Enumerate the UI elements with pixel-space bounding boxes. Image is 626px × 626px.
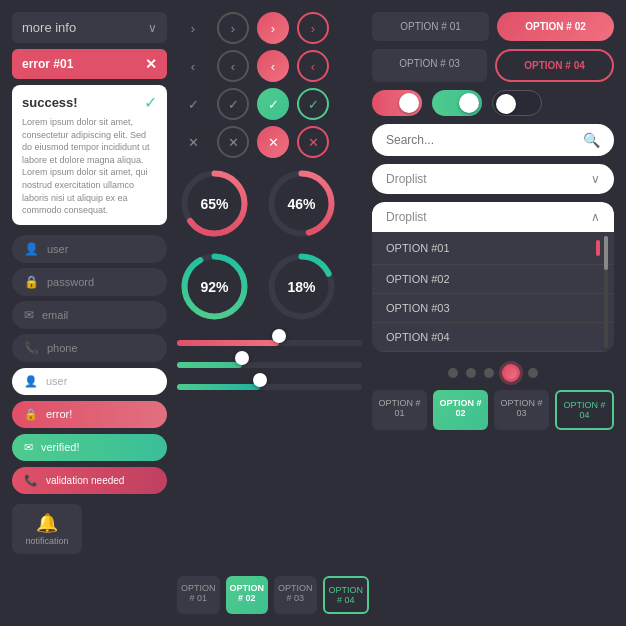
option-2-btn[interactable]: OPTION # 02 — [497, 12, 614, 41]
radio-dot-1[interactable] — [448, 368, 458, 378]
user-input-dark[interactable]: 👤 user — [12, 235, 167, 263]
email-label: email — [42, 309, 68, 321]
progress-65-label: 65% — [200, 196, 228, 212]
check-green-btn[interactable]: ✓ — [257, 88, 289, 120]
search-input[interactable] — [386, 133, 583, 147]
chevron-left-outline-btn[interactable]: ‹ — [217, 50, 249, 82]
option-4-btn[interactable]: OPTION # 04 — [495, 49, 614, 82]
chevron-left-pink-outline-btn[interactable]: ‹ — [297, 50, 329, 82]
notification-button[interactable]: 🔔 notification — [12, 504, 82, 554]
chevron-left-pink-btn[interactable]: ‹ — [257, 50, 289, 82]
error-label: error #01 — [22, 57, 73, 71]
droplist-item-1[interactable]: OPTION #01 — [372, 232, 614, 265]
password-input-dark[interactable]: 🔒 password — [12, 268, 167, 296]
bot-tab-3[interactable]: OPTION # 03 — [494, 390, 549, 430]
toggle-pink[interactable] — [372, 90, 422, 116]
phone-warn-icon: 📞 — [24, 474, 38, 487]
middle-bottom-tabs: OPTION # 01 OPTION # 02 OPTION # 03 OPTI… — [177, 576, 362, 614]
email-verified-icon: ✉ — [24, 441, 33, 454]
option-1-btn[interactable]: OPTION # 01 — [372, 12, 489, 41]
mid-tab-3[interactable]: OPTION # 03 — [274, 576, 317, 614]
success-title: success! — [22, 95, 78, 110]
droplist-item-4-label: OPTION #04 — [386, 331, 450, 343]
chevron-right-pink-btn[interactable]: › — [257, 12, 289, 44]
success-card: success! ✓ Lorem ipsum dolor sit amet, c… — [12, 85, 167, 225]
toggle-green[interactable] — [432, 90, 482, 116]
bot-tab-4[interactable]: OPTION # 04 — [555, 390, 614, 430]
radio-dot-active[interactable] — [502, 364, 520, 382]
password-label: password — [47, 276, 94, 288]
radio-dot-2[interactable] — [466, 368, 476, 378]
progress-row-2: 92% 18% — [177, 249, 362, 324]
droplist-open: Droplist ∧ OPTION #01 OPTION #02 OPTION … — [372, 202, 614, 352]
progress-row-1: 65% 46% — [177, 166, 362, 241]
droplist-item-4[interactable]: OPTION #04 — [372, 323, 614, 352]
droplist-label: Droplist — [386, 172, 427, 186]
close-icon[interactable]: ✕ — [145, 56, 157, 72]
input-group-dark: 👤 user 🔒 password ✉ email 📞 phone — [12, 235, 167, 362]
droplist-item-2[interactable]: OPTION #02 — [372, 265, 614, 294]
x-flat-btn[interactable]: ✕ — [177, 126, 209, 158]
check-flat-btn[interactable]: ✓ — [177, 88, 209, 120]
chevron-right-outline-btn[interactable]: › — [217, 12, 249, 44]
phone-icon: 📞 — [24, 341, 39, 355]
toggle-pink-knob — [399, 93, 419, 113]
radio-row — [372, 364, 614, 382]
check-outline-btn[interactable]: ✓ — [217, 88, 249, 120]
user-input-white[interactable]: 👤 user — [12, 368, 167, 395]
bell-icon: 🔔 — [36, 512, 58, 534]
error-input-label: error! — [46, 408, 72, 420]
chevron-right-flat-btn[interactable]: › — [177, 12, 209, 44]
user-label: user — [47, 243, 68, 255]
phone-input-dark[interactable]: 📞 phone — [12, 334, 167, 362]
radio-dot-3[interactable] — [484, 368, 494, 378]
progress-circle-92: 92% — [177, 249, 252, 324]
toggle-dark[interactable] — [492, 90, 542, 116]
bot-tab-2[interactable]: OPTION # 02 — [433, 390, 488, 430]
droplist-open-header[interactable]: Droplist ∧ — [372, 202, 614, 232]
x-red-btn[interactable]: ✕ — [257, 126, 289, 158]
toggle-row — [372, 90, 614, 116]
droplist-closed[interactable]: Droplist ∨ — [372, 164, 614, 194]
lock-error-icon: 🔒 — [24, 408, 38, 421]
progress-circle-46: 46% — [264, 166, 339, 241]
right-option-row-1: OPTION # 01 OPTION # 02 — [372, 12, 614, 41]
x-red-outline-btn[interactable]: ✕ — [297, 126, 329, 158]
toggle-green-knob — [459, 93, 479, 113]
x-outline-btn[interactable]: ✕ — [217, 126, 249, 158]
droplist-item-3-label: OPTION #03 — [386, 302, 450, 314]
dropdown-label: more info — [22, 20, 76, 35]
mid-tab-4[interactable]: OPTION # 04 — [323, 576, 370, 614]
droplist-item-2-label: OPTION #02 — [386, 273, 450, 285]
toggle-dark-knob — [496, 94, 516, 114]
droplist-item-3[interactable]: OPTION #03 — [372, 294, 614, 323]
droplist-item-indicator — [596, 240, 600, 256]
droplist-open-label: Droplist — [386, 210, 427, 224]
validation-label: validation needed — [46, 475, 124, 486]
verified-input[interactable]: ✉ verified! — [12, 434, 167, 461]
chevron-left-flat-btn[interactable]: ‹ — [177, 50, 209, 82]
mid-tab-1[interactable]: OPTION # 01 — [177, 576, 220, 614]
lock-icon: 🔒 — [24, 275, 39, 289]
chevron-right-pink-outline-btn[interactable]: › — [297, 12, 329, 44]
error-input[interactable]: 🔒 error! — [12, 401, 167, 428]
option-3-btn[interactable]: OPTION # 03 — [372, 49, 487, 82]
right-option-row-2: OPTION # 03 OPTION # 04 — [372, 49, 614, 82]
check-green-outline-btn[interactable]: ✓ — [297, 88, 329, 120]
search-bar[interactable]: 🔍 — [372, 124, 614, 156]
radio-dot-4[interactable] — [528, 368, 538, 378]
droplist-chevron-up-icon: ∧ — [591, 210, 600, 224]
mid-tab-2[interactable]: OPTION # 02 — [226, 576, 269, 614]
validation-input[interactable]: 📞 validation needed — [12, 467, 167, 494]
email-input-dark[interactable]: ✉ email — [12, 301, 167, 329]
user-icon: 👤 — [24, 242, 39, 256]
icon-button-grid: › › › › ‹ ‹ ‹ ‹ ✓ ✓ ✓ ✓ ✕ ✕ ✕ ✕ — [177, 12, 362, 158]
user-icon-2: 👤 — [24, 375, 38, 388]
slider-section — [177, 336, 362, 394]
email-icon: ✉ — [24, 308, 34, 322]
notification-label: notification — [25, 536, 68, 546]
dropdown-button[interactable]: more info ∨ — [12, 12, 167, 43]
bot-tab-1[interactable]: OPTION # 01 — [372, 390, 427, 430]
search-icon[interactable]: 🔍 — [583, 132, 600, 148]
user2-label: user — [46, 375, 67, 387]
